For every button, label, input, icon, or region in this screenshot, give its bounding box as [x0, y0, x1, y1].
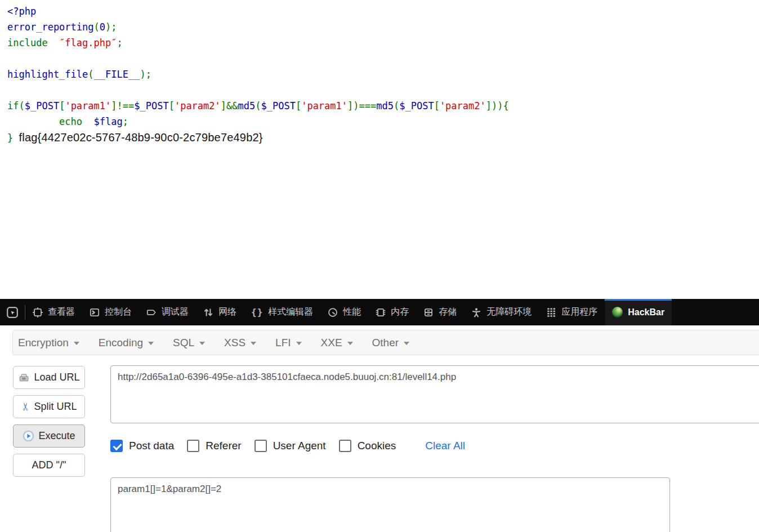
code-token: $_POST	[261, 100, 295, 111]
menu-label: Other	[372, 337, 399, 349]
code-token: }	[7, 132, 19, 144]
hackbar-icon	[612, 307, 623, 318]
devtools-tab-label: 无障碍环境	[486, 306, 532, 318]
caret-down-icon	[291, 340, 302, 345]
load-url-icon	[18, 372, 30, 383]
execute-icon	[23, 430, 34, 442]
network-icon	[203, 307, 213, 318]
hackbar-menu-encryption[interactable]: Encryption	[18, 337, 79, 349]
option-referer[interactable]: Referer	[187, 440, 241, 452]
code-token: ″flag.php″	[59, 37, 117, 48]
code-token: highlight_file	[7, 69, 88, 80]
option-user-agent[interactable]: User Agent	[255, 440, 326, 452]
style-editor-icon: {}	[251, 307, 263, 318]
split-url-button[interactable]: ✂Split URL	[13, 395, 85, 418]
code-token: 0	[100, 21, 105, 33]
hackbar-panel: EncryptionEncodingSQLXSSLFIXXEOther Load…	[0, 325, 759, 532]
devtools-tab-无障碍环境[interactable]: 无障碍环境	[464, 299, 539, 325]
devtools-toolbar: 查看器控制台调试器网络{}样式编辑器性能内存存储无障碍环境应用程序HackBar	[0, 299, 759, 325]
checkbox-label: Referer	[206, 440, 241, 452]
code-token: ])===	[347, 100, 376, 111]
element-picker-button[interactable]	[0, 299, 25, 325]
memory-icon	[376, 307, 386, 318]
button-label: ADD "/"	[32, 459, 66, 471]
devtools-tab-label: 查看器	[48, 306, 75, 318]
devtools-tab-内存[interactable]: 内存	[368, 299, 416, 325]
code-token: echo	[7, 116, 94, 127]
devtools-tab-调试器[interactable]: 调试器	[139, 299, 196, 325]
storage-icon	[423, 307, 434, 318]
devtools-tab-应用程序[interactable]: 应用程序	[539, 299, 605, 325]
checkbox-cookies[interactable]	[339, 440, 351, 452]
code-token: [	[434, 100, 440, 111]
flag-output-text: flag{4427e02c-5767-48b9-90c0-2c79be7e49b…	[19, 131, 262, 144]
caret-down-icon	[194, 340, 205, 345]
caret-down-icon	[399, 340, 409, 345]
code-token: ;	[117, 37, 122, 48]
application-icon	[546, 307, 556, 318]
hackbar-menu-encoding[interactable]: Encoding	[99, 337, 154, 349]
devtools-tab-label: 控制台	[105, 306, 132, 318]
devtools-tab-label: 内存	[391, 306, 409, 318]
menu-label: Encoding	[99, 337, 143, 349]
devtools-tab-存储[interactable]: 存储	[416, 299, 464, 325]
code-token: $_POST	[399, 100, 434, 111]
devtools-tab-label: 存储	[439, 306, 457, 318]
code-token: [	[296, 100, 301, 111]
code-token: 'param1'	[301, 100, 347, 111]
devtools-tab-控制台[interactable]: 控制台	[82, 299, 139, 325]
devtools-tab-样式编辑器[interactable]: {}样式编辑器	[244, 299, 320, 325]
code-token: [	[169, 100, 175, 111]
code-token: $flag	[94, 116, 123, 127]
devtools-tab-查看器[interactable]: 查看器	[25, 299, 82, 325]
checkbox-label: Post data	[129, 440, 174, 452]
url-input[interactable]: http://2d65a1a0-6396-495e-a1d3-385101cfa…	[110, 365, 759, 423]
request-options-row: Post dataRefererUser AgentCookiesClear A…	[110, 440, 465, 452]
checkbox-user-agent[interactable]	[255, 440, 267, 452]
code-token: 'param2'	[175, 100, 221, 111]
devtools-tab-性能[interactable]: 性能	[320, 299, 368, 325]
code-line	[7, 82, 759, 98]
checkbox-post-data[interactable]	[110, 440, 123, 452]
add-button[interactable]: ADD "/"	[13, 454, 85, 477]
clear-all-link[interactable]: Clear All	[425, 440, 465, 452]
caret-down-icon	[245, 340, 256, 345]
devtools-tab-label: HackBar	[628, 307, 664, 318]
devtools-tab-label: 样式编辑器	[268, 306, 313, 318]
hackbar-menu-other[interactable]: Other	[372, 337, 410, 349]
checkbox-label: User Agent	[273, 440, 326, 452]
code-token: (	[88, 69, 93, 80]
devtools-tab-label: 网络	[218, 306, 236, 318]
menu-label: XSS	[224, 337, 245, 349]
code-token: $_POST	[134, 100, 168, 111]
hackbar-menu-xxe[interactable]: XXE	[321, 337, 353, 349]
option-cookies[interactable]: Cookies	[339, 440, 396, 452]
menu-label: LFI	[275, 337, 291, 349]
devtools-tab-hackbar[interactable]: HackBar	[605, 299, 672, 325]
accessibility-icon	[471, 307, 481, 318]
code-token: if(	[7, 100, 25, 111]
devtools-tab-网络[interactable]: 网络	[196, 299, 244, 325]
code-line: if($_POST['param1']!==$_POST['param2']&&…	[7, 98, 759, 114]
caret-down-icon	[342, 340, 353, 345]
checkbox-referer[interactable]	[187, 440, 199, 452]
code-line: error_reporting(0);	[7, 19, 759, 35]
hackbar-menu-sql[interactable]: SQL	[173, 337, 205, 349]
menu-label: Encryption	[18, 337, 69, 349]
hackbar-menu-xss[interactable]: XSS	[224, 337, 256, 349]
load-url-button[interactable]: Load URL	[13, 366, 85, 389]
code-line: include ″flag.php″;	[7, 35, 759, 51]
code-line: } flag{4427e02c-5767-48b9-90c0-2c79be7e4…	[7, 129, 759, 145]
hackbar-menu-lfi[interactable]: LFI	[275, 337, 301, 349]
caret-down-icon	[143, 340, 154, 345]
code-token: 'param1'	[65, 100, 111, 111]
devtools-tab-label: 应用程序	[561, 306, 597, 318]
code-token: );	[105, 21, 117, 33]
execute-button[interactable]: Execute	[13, 424, 85, 448]
code-token: __FILE__	[94, 69, 140, 80]
option-post-data[interactable]: Post data	[110, 440, 174, 452]
code-token: );	[140, 69, 151, 80]
post-data-input[interactable]: param1[]=1&param2[]=2	[110, 477, 670, 532]
code-token: <?php	[7, 6, 36, 17]
hackbar-button-column: Load URL✂Split URLExecuteADD "/"	[13, 366, 85, 483]
